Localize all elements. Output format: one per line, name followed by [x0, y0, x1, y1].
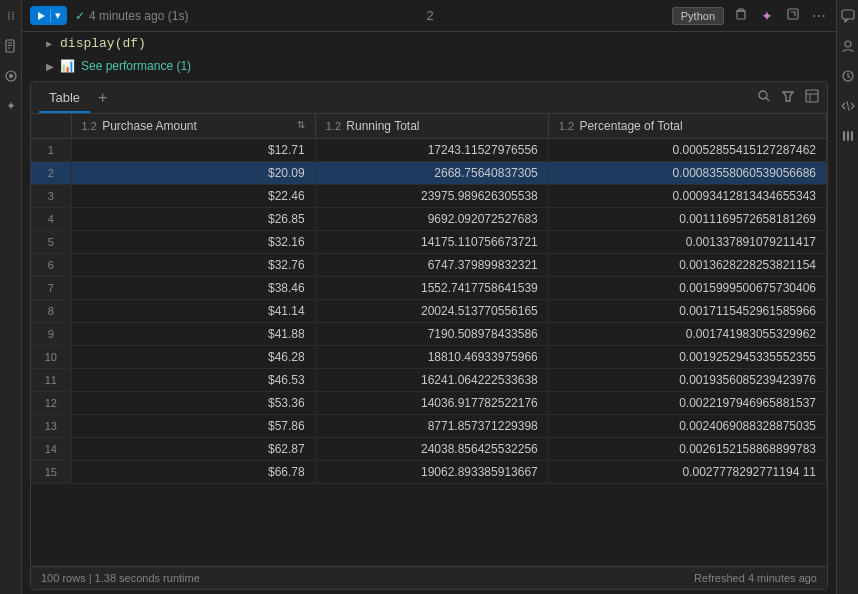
- table-tab-label: Table: [49, 90, 80, 105]
- table-row[interactable]: 9$41.887190.5089784335860.00174198305532…: [31, 323, 827, 346]
- col-type-percentage: 1.2: [559, 120, 574, 132]
- cell-percentage: 0.0027778292771194 11: [548, 461, 826, 484]
- cell-status: ✓ 4 minutes ago (1s): [75, 9, 188, 23]
- cell-running-total: 16241.064222533638: [315, 369, 548, 392]
- cell-purchase-amount: $22.46: [71, 185, 315, 208]
- cell-running-total: 18810.46933975966: [315, 346, 548, 369]
- cell-running-total: 20024.513770556165: [315, 300, 548, 323]
- sparkle-icon[interactable]: ✦: [758, 8, 776, 24]
- sidebar-icon-user[interactable]: [840, 38, 856, 54]
- run-dropdown[interactable]: ▾: [50, 9, 61, 22]
- sidebar-icon-history[interactable]: [840, 68, 856, 84]
- cell-percentage: 0.0026152158868899783: [548, 438, 826, 461]
- footer-left: 100 rows | 1.38 seconds runtime: [41, 572, 200, 584]
- python-badge[interactable]: Python: [672, 7, 724, 25]
- sidebar-icon-library[interactable]: [840, 128, 856, 144]
- cell-running-total: 9692.092072527683: [315, 208, 548, 231]
- performance-bar[interactable]: ▶ 📊 See performance (1): [22, 55, 836, 77]
- cell-purchase-amount: $12.71: [71, 139, 315, 162]
- sidebar-icon-shape[interactable]: [3, 68, 19, 84]
- cell-running-total: 1552.7417758641539: [315, 277, 548, 300]
- table-row[interactable]: 2$20.092668.756408373050.000835580605390…: [31, 162, 827, 185]
- th-running-total[interactable]: 1.2 Running Total: [315, 114, 548, 139]
- table-tabs: Table +: [31, 82, 827, 114]
- data-table: 1.2 Purchase Amount ⇅ 1.2 Running Total …: [31, 114, 827, 484]
- table-row[interactable]: 8$41.1420024.5137705561650.0017115452961…: [31, 300, 827, 323]
- th-row-num: [31, 114, 71, 139]
- table-row[interactable]: 14$62.8724038.8564255322560.002615215886…: [31, 438, 827, 461]
- table-tab-actions: [757, 89, 819, 106]
- svg-rect-21: [851, 131, 853, 141]
- svg-line-18: [847, 101, 849, 111]
- sidebar-left: ⁞⁞ ✦: [0, 0, 22, 594]
- sidebar-icon-code[interactable]: [840, 98, 856, 114]
- col-label-percentage: Percentage of Total: [579, 119, 682, 133]
- cell-purchase-amount: $26.85: [71, 208, 315, 231]
- svg-point-9: [759, 91, 767, 99]
- expand-icon[interactable]: [784, 7, 802, 24]
- layout-icon[interactable]: [805, 89, 819, 106]
- svg-rect-7: [737, 11, 745, 19]
- cell-purchase-amount: $32.76: [71, 254, 315, 277]
- cell-percentage: 0.0011169572658181269: [548, 208, 826, 231]
- table-row[interactable]: 10$46.2818810.469339759660.0019252945335…: [31, 346, 827, 369]
- table-row[interactable]: 13$57.868771.8573712293980.0024069088328…: [31, 415, 827, 438]
- search-icon[interactable]: [757, 89, 771, 106]
- svg-rect-20: [847, 131, 849, 141]
- cell-percentage: 0.0019356085239423976: [548, 369, 826, 392]
- table-row[interactable]: 11$46.5316241.0642225336380.001935608523…: [31, 369, 827, 392]
- cell-row-num: 12: [31, 392, 71, 415]
- th-percentage[interactable]: 1.2 Percentage of Total: [548, 114, 826, 139]
- check-icon: ✓: [75, 9, 85, 23]
- data-table-wrapper[interactable]: 1.2 Purchase Amount ⇅ 1.2 Running Total …: [31, 114, 827, 566]
- table-row[interactable]: 6$32.766747.3798998323210.00136282282538…: [31, 254, 827, 277]
- cell-purchase-amount: $46.28: [71, 346, 315, 369]
- table-tab-main[interactable]: Table: [39, 82, 90, 113]
- cell-running-total: 2668.75640837305: [315, 162, 548, 185]
- svg-rect-19: [843, 131, 845, 141]
- cell-purchase-amount: $41.14: [71, 300, 315, 323]
- cell-row-num: 6: [31, 254, 71, 277]
- svg-line-10: [766, 98, 769, 101]
- table-row[interactable]: 3$22.4623975.9896263055380.0009341281343…: [31, 185, 827, 208]
- table-row[interactable]: 7$38.461552.74177586415390.0015999500675…: [31, 277, 827, 300]
- sidebar-icon-menu[interactable]: ⁞⁞: [3, 8, 19, 24]
- code-collapse-icon[interactable]: ▶: [46, 38, 52, 50]
- table-body: 1$12.7117243.115279765560.00052855415127…: [31, 139, 827, 484]
- col-label-running: Running Total: [346, 119, 419, 133]
- perf-expand-icon[interactable]: ▶: [46, 61, 54, 72]
- table-tab-add[interactable]: +: [94, 85, 111, 111]
- run-button[interactable]: ▾: [30, 6, 67, 25]
- svg-point-5: [9, 74, 13, 78]
- delete-icon[interactable]: [732, 7, 750, 24]
- table-row[interactable]: 15$66.7819062.8933859136670.002777829277…: [31, 461, 827, 484]
- sidebar-icon-file[interactable]: [3, 38, 19, 54]
- cell-running-total: 7190.508978433586: [315, 323, 548, 346]
- cell-row-num: 3: [31, 185, 71, 208]
- cell-purchase-amount: $41.88: [71, 323, 315, 346]
- footer-right: Refreshed 4 minutes ago: [694, 572, 817, 584]
- cell-running-total: 17243.11527976556: [315, 139, 548, 162]
- sort-icon-purchase[interactable]: ⇅: [297, 119, 305, 130]
- table-row[interactable]: 5$32.1614175.1107566737210.0013378910792…: [31, 231, 827, 254]
- sidebar-icon-star[interactable]: ✦: [3, 98, 19, 114]
- more-icon[interactable]: ⋯: [810, 8, 828, 24]
- cell-purchase-amount: $57.86: [71, 415, 315, 438]
- cell-purchase-amount: $46.53: [71, 369, 315, 392]
- table-row[interactable]: 4$26.859692.0920725276830.00111695726581…: [31, 208, 827, 231]
- table-row[interactable]: 1$12.7117243.115279765560.00052855415127…: [31, 139, 827, 162]
- cell-percentage: 0.00093412813434655343: [548, 185, 826, 208]
- svg-marker-11: [783, 92, 793, 101]
- table-row[interactable]: 12$53.3614036.9177825221760.002219794696…: [31, 392, 827, 415]
- chart-icon: 📊: [60, 59, 75, 73]
- cell-row-num: 1: [31, 139, 71, 162]
- cell-row-num: 13: [31, 415, 71, 438]
- cell-toolbar: ▾ ✓ 4 minutes ago (1s) 2 Python ✦: [22, 0, 836, 32]
- th-purchase-amount[interactable]: 1.2 Purchase Amount ⇅: [71, 114, 315, 139]
- cell-running-total: 8771.857371229398: [315, 415, 548, 438]
- perf-link[interactable]: See performance (1): [81, 59, 191, 73]
- svg-rect-15: [842, 10, 854, 19]
- sidebar-icon-chat[interactable]: [840, 8, 856, 24]
- filter-icon[interactable]: [781, 89, 795, 106]
- cell-purchase-amount: $66.78: [71, 461, 315, 484]
